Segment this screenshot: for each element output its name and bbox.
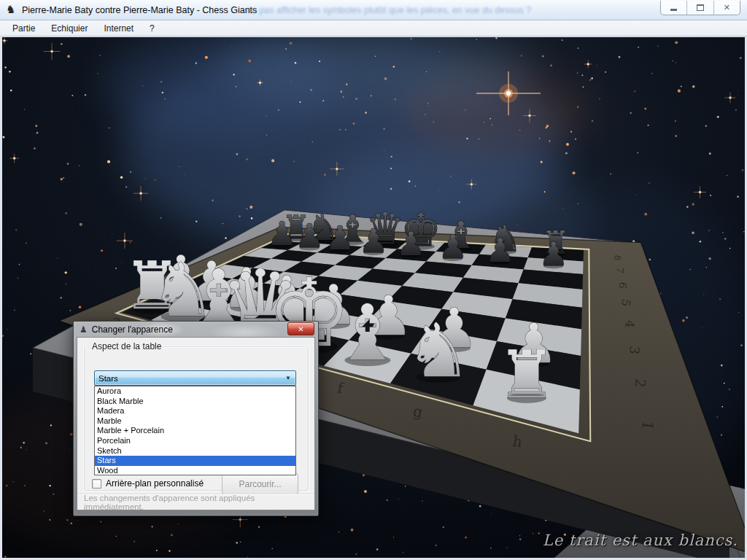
- dialog-hint-bar: Les changements d'apparence sont appliqu…: [77, 494, 314, 510]
- dialog-chess-piece-icon: ♟: [80, 324, 88, 335]
- list-item-madera[interactable]: Madera: [95, 406, 295, 416]
- menubar: PartieEchiquierInternet?: [0, 20, 747, 36]
- list-item-black-marble[interactable]: Black Marble: [95, 397, 295, 407]
- minimize-button[interactable]: [661, 1, 687, 15]
- svg-text:♟: ♟: [267, 214, 296, 253]
- close-button[interactable]: ✕: [714, 1, 740, 15]
- dialog-close-button[interactable]: ✕: [287, 322, 314, 335]
- custom-background-label: Arrière-plan personnalisé: [106, 478, 204, 489]
- svg-text:♝: ♝: [333, 288, 402, 378]
- svg-text:♟: ♟: [438, 228, 467, 266]
- dialog-hint-text: Les changements d'apparence sont appliqu…: [77, 494, 314, 511]
- custom-background-row: Arrière-plan personnalisé: [92, 478, 204, 489]
- list-item-porcelain[interactable]: Porcelain: [95, 436, 295, 446]
- browse-button[interactable]: Parcourir...: [222, 473, 298, 494]
- list-item-sketch[interactable]: Sketch: [95, 446, 295, 456]
- window-title: Pierre-Marie Baty contre Pierre-Marie Ba…: [22, 5, 257, 15]
- groupbox-label: Aspect de la table: [89, 341, 164, 351]
- window-controls: ✕: [660, 1, 740, 15]
- restore-icon: [697, 4, 704, 11]
- list-item-wood[interactable]: Wood: [95, 466, 295, 476]
- dialog-close-icon: ✕: [298, 325, 303, 333]
- svg-text:♟: ♟: [485, 231, 514, 270]
- turn-status-text: Le trait est aux blancs.: [543, 532, 738, 549]
- svg-text:♟: ♟: [295, 217, 324, 255]
- list-item-marble-porcelain[interactable]: Marble + Porcelain: [95, 426, 295, 436]
- list-item-aurora[interactable]: Aurora: [95, 386, 295, 397]
- custom-background-checkbox[interactable]: [92, 479, 101, 489]
- dialog-title: Changer l'apparence: [92, 324, 173, 335]
- menu-item-echiquier[interactable]: Echiquier: [43, 22, 96, 35]
- table-style-listbox: AuroraBlack MarbleMaderaMarbleMarble + P…: [94, 386, 296, 475]
- list-item-marble[interactable]: Marble: [95, 416, 295, 427]
- titlebar[interactable]: ♞ Pierre-Marie Baty contre Pierre-Marie …: [0, 0, 747, 20]
- appearance-dialog: ♟ Changer l'apparence ✕ Aspect de la tab…: [73, 321, 319, 516]
- dialog-titlebar[interactable]: ♟ Changer l'apparence ✕: [77, 322, 315, 337]
- svg-text:♞: ♞: [406, 308, 472, 394]
- close-icon: ✕: [724, 3, 730, 12]
- svg-text:♜: ♜: [498, 336, 557, 413]
- menu-item-internet[interactable]: Internet: [96, 22, 142, 35]
- restore-button[interactable]: [687, 1, 713, 15]
- table-style-combobox[interactable]: Stars ▼: [94, 370, 296, 386]
- svg-text:♟: ♟: [325, 219, 355, 257]
- svg-text:♟: ♟: [396, 225, 425, 263]
- svg-text:♟: ♟: [539, 235, 568, 273]
- app-icon: ♞: [6, 4, 15, 15]
- chevron-down-icon: ▼: [285, 375, 295, 381]
- background-window-ghost-text: ne pas afficher les symboles plutôt que …: [247, 5, 649, 15]
- minimize-icon: [670, 9, 677, 11]
- menu-item-partie[interactable]: Partie: [4, 22, 43, 35]
- dialog-body: Aspect de la table Stars ▼ AuroraBlack M…: [77, 337, 315, 510]
- menu-item-help[interactable]: ?: [142, 22, 163, 35]
- combobox-value: Stars: [95, 374, 285, 383]
- svg-text:♟: ♟: [359, 222, 388, 260]
- list-item-stars[interactable]: Stars: [95, 456, 295, 466]
